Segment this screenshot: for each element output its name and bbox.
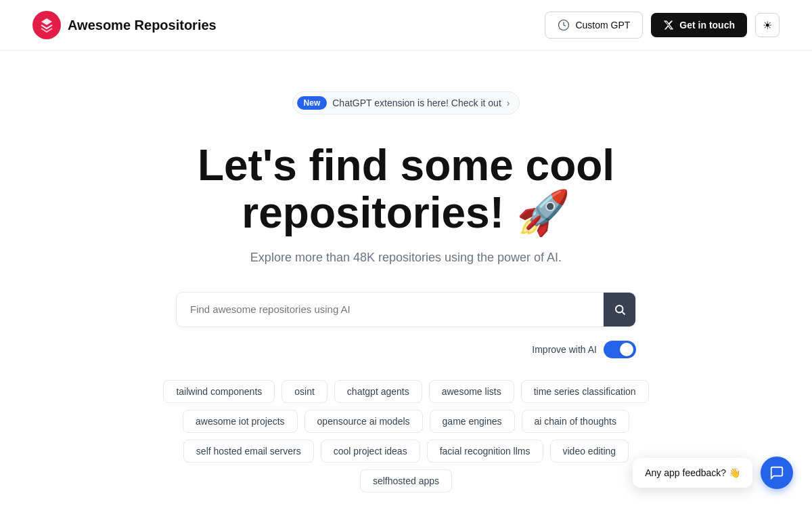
tag-item[interactable]: opensource ai models — [304, 410, 423, 433]
tag-item[interactable]: cool project ideas — [321, 440, 420, 463]
gpt-icon — [558, 19, 570, 31]
hero-subtitle: Explore more than 48K repositories using… — [250, 251, 562, 265]
ai-toggle-switch[interactable] — [604, 341, 636, 358]
logo-area: Awesome Repositories — [32, 11, 217, 39]
tag-item[interactable]: awesome lists — [429, 380, 514, 403]
custom-gpt-label: Custom GPT — [575, 20, 630, 30]
get-in-touch-label: Get in touch — [679, 20, 735, 30]
svg-point-1 — [616, 305, 623, 313]
banner-chevron-icon: › — [507, 98, 510, 108]
theme-icon: ☀ — [763, 19, 772, 32]
tag-item[interactable]: ai chain of thoughts — [522, 410, 629, 433]
tag-item[interactable]: self hosted email servers — [183, 440, 314, 463]
tag-item[interactable]: osint — [281, 380, 328, 403]
x-icon — [663, 20, 674, 30]
feedback-bubble: Any app feedback? 👋 — [633, 458, 752, 488]
svg-line-2 — [622, 312, 625, 314]
theme-toggle-button[interactable]: ☀ — [755, 13, 780, 37]
custom-gpt-button[interactable]: Custom GPT — [545, 12, 643, 39]
tag-item[interactable]: awesome iot projects — [183, 410, 298, 433]
feedback-chat-button[interactable] — [761, 457, 793, 489]
get-in-touch-button[interactable]: Get in touch — [651, 13, 747, 37]
tag-item[interactable]: facial recognition llms — [427, 440, 543, 463]
feedback-widget: Any app feedback? 👋 — [633, 457, 793, 489]
hero-title: Let's find some cool repositories! 🚀 — [102, 142, 710, 237]
tag-item[interactable]: video editing — [550, 440, 629, 463]
banner-new-badge: New — [297, 96, 328, 110]
tag-item[interactable]: selfhosted apps — [360, 469, 452, 492]
logo-icon — [32, 11, 61, 39]
ai-toggle-row: Improve with AI — [176, 341, 636, 358]
banner-text: ChatGPT extension is here! Check it out — [332, 98, 501, 108]
chat-icon — [769, 465, 784, 480]
search-input[interactable] — [177, 293, 603, 326]
header: Awesome Repositories Custom GPT Get in t… — [0, 0, 812, 51]
tags-section: tailwind componentsosintchatgpt agentsaw… — [149, 380, 663, 492]
announcement-banner[interactable]: New ChatGPT extension is here! Check it … — [292, 91, 520, 114]
tag-item[interactable]: game engines — [430, 410, 515, 433]
search-icon — [614, 303, 626, 316]
search-container — [176, 292, 636, 327]
search-box — [176, 292, 636, 327]
toggle-knob — [620, 343, 633, 356]
header-actions: Custom GPT Get in touch ☀ — [545, 12, 780, 39]
ai-toggle-label: Improve with AI — [532, 344, 597, 355]
tag-item[interactable]: tailwind components — [163, 380, 275, 403]
tag-item[interactable]: time series classification — [521, 380, 649, 403]
search-button[interactable] — [603, 293, 635, 326]
logo-text: Awesome Repositories — [68, 18, 217, 33]
main-content: New ChatGPT extension is here! Check it … — [0, 51, 812, 492]
tag-item[interactable]: chatgpt agents — [334, 380, 422, 403]
